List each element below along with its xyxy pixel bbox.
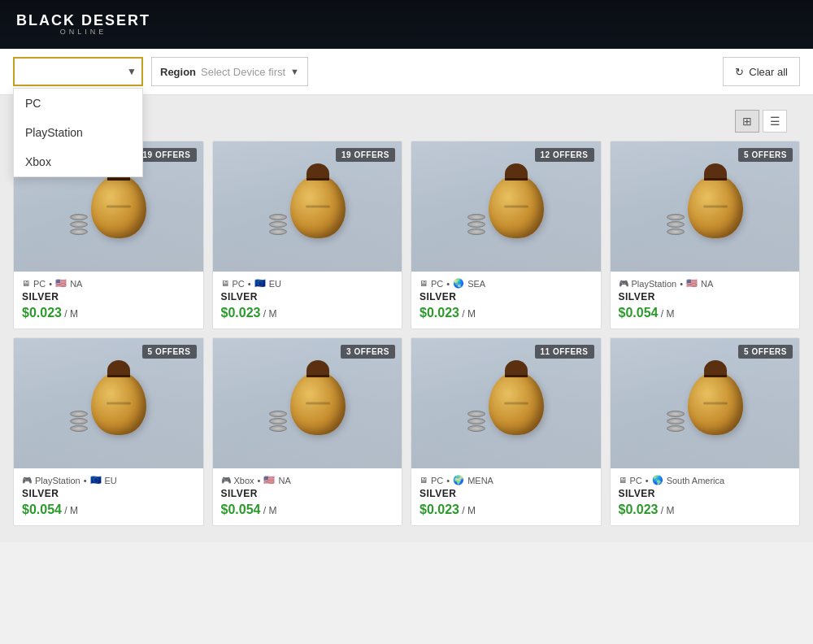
bag-main — [688, 372, 743, 435]
region-name: SEA — [467, 279, 485, 289]
coins-group — [667, 214, 685, 235]
silver-bag-icon — [667, 175, 743, 238]
platform-name: PC — [431, 476, 443, 485]
price-unit: / M — [658, 308, 674, 320]
card-info: 🖥 PC • 🇺🇸 NA SILVER $0.023 / M — [14, 272, 203, 329]
coin — [467, 214, 485, 220]
list-view-button[interactable]: ☰ — [763, 110, 787, 133]
region-flag: 🇪🇺 — [254, 278, 266, 289]
card-item-name: SILVER — [619, 291, 792, 302]
card-6[interactable]: 11 OFFERS 🖥 PC • 🌍 MENA — [411, 337, 602, 526]
region-flag: 🇺🇸 — [263, 475, 275, 485]
bag-main — [489, 175, 544, 238]
offers-badge: 19 OFFERS — [137, 148, 197, 162]
card-info: 🎮 PlayStation • 🇪🇺 EU SILVER $0.054 / M — [14, 468, 203, 525]
card-image-area: 5 OFFERS — [611, 338, 800, 468]
coin — [269, 214, 287, 220]
coin — [467, 411, 485, 417]
bag-main — [290, 175, 346, 238]
coin — [467, 425, 485, 432]
clear-all-button[interactable]: ↻ Clear all — [723, 57, 800, 86]
card-5[interactable]: 3 OFFERS 🎮 Xbox • 🇺🇸 NA — [212, 337, 403, 526]
price-unit: / M — [62, 308, 78, 320]
coin-stack — [667, 411, 685, 432]
card-3[interactable]: 5 OFFERS 🎮 PlayStation • 🇺🇸 NA — [610, 141, 801, 329]
offers-badge: 5 OFFERS — [738, 345, 793, 359]
card-info: 🖥 PC • 🌍 MENA SILVER $0.023 / M — [411, 468, 601, 525]
coin — [667, 221, 685, 228]
separator: • — [258, 476, 261, 485]
card-item-name: SILVER — [22, 291, 195, 302]
region-value: Select Device first — [201, 66, 285, 78]
silver-bag-icon — [667, 372, 743, 435]
card-platform-info: 🖥 PC • 🌏 SEA — [420, 278, 593, 289]
device-dropdown[interactable] — [13, 57, 143, 86]
card-item-name: SILVER — [420, 488, 593, 499]
card-7[interactable]: 5 OFFERS 🖥 PC • 🌎 South America — [610, 337, 801, 526]
silver-bag-icon — [269, 175, 346, 238]
coin — [667, 425, 685, 432]
separator: • — [49, 279, 52, 289]
platform-icon: 🖥 — [619, 476, 627, 485]
region-label: Region — [160, 66, 196, 78]
card-image-area: 11 OFFERS — [411, 338, 601, 468]
platform-icon: 🖥 — [420, 279, 428, 288]
header: BLACK DESERT ONLINE — [0, 0, 813, 49]
card-item-name: SILVER — [619, 488, 792, 499]
bag-main — [91, 372, 146, 435]
card-2[interactable]: 12 OFFERS 🖥 PC • 🌏 SEA S — [411, 141, 602, 329]
card-item-name: SILVER — [22, 488, 195, 499]
platform-name: PlayStation — [35, 476, 80, 485]
platform-name: PC — [630, 476, 642, 485]
dropdown-item-playstation[interactable]: PlayStation — [14, 118, 142, 147]
offers-badge: 3 OFFERS — [341, 345, 395, 359]
bag-main — [489, 372, 544, 435]
card-info: 🎮 PlayStation • 🇺🇸 NA SILVER $0.054 / M — [611, 272, 800, 329]
offers-badge: 11 OFFERS — [535, 345, 594, 359]
platform-icon: 🖥 — [221, 279, 229, 288]
card-platform-info: 🖥 PC • 🌎 South America — [619, 475, 792, 485]
platform-icon: 🎮 — [221, 476, 231, 485]
price-unit: / M — [658, 505, 674, 516]
card-platform-info: 🖥 PC • 🇺🇸 NA — [22, 278, 195, 289]
dropdown-item-xbox[interactable]: Xbox — [14, 147, 142, 176]
coin — [667, 228, 685, 235]
coins-group — [269, 411, 287, 432]
separator: • — [446, 476, 450, 485]
card-image-area: 5 OFFERS — [611, 141, 800, 272]
coin-stack — [467, 214, 485, 235]
grid-icon: ⊞ — [742, 115, 752, 128]
card-item-name: SILVER — [420, 291, 593, 302]
device-dropdown-menu: PC PlayStation Xbox — [13, 88, 143, 177]
region-flag: 🇺🇸 — [686, 278, 698, 289]
dropdown-item-pc[interactable]: PC — [14, 89, 142, 118]
price-unit: / M — [459, 308, 476, 320]
platform-icon: 🎮 — [22, 476, 32, 485]
coin — [70, 411, 88, 417]
region-filter[interactable]: Region Select Device first ▼ — [151, 57, 308, 86]
card-4[interactable]: 5 OFFERS 🎮 PlayStation • 🇪🇺 EU — [13, 337, 204, 526]
card-platform-info: 🎮 PlayStation • 🇺🇸 NA — [619, 278, 792, 289]
card-1[interactable]: 19 OFFERS 🖥 PC • 🇪🇺 EU — [212, 141, 403, 329]
region-flag: 🌎 — [652, 475, 663, 485]
coin-stack — [70, 411, 88, 432]
region-flag: 🇪🇺 — [90, 475, 102, 485]
grid-view-button[interactable]: ⊞ — [735, 110, 759, 133]
platform-name: PC — [33, 279, 46, 289]
card-info: 🖥 PC • 🌎 South America SILVER $0.023 / M — [611, 468, 800, 525]
coin — [667, 418, 685, 424]
bag-main — [688, 175, 743, 238]
region-arrow-icon: ▼ — [290, 67, 299, 76]
card-platform-info: 🎮 Xbox • 🇺🇸 NA — [221, 475, 394, 485]
silver-bag-icon — [467, 175, 544, 238]
coin — [269, 228, 287, 235]
platform-icon: 🖥 — [420, 476, 428, 485]
card-platform-info: 🎮 PlayStation • 🇪🇺 EU — [22, 475, 195, 485]
silver-bag-icon — [269, 372, 346, 435]
platform-icon: 🖥 — [22, 279, 30, 288]
region-flag: 🌏 — [453, 278, 464, 289]
offers-badge: 12 OFFERS — [535, 148, 594, 162]
filter-bar: ▼ PC PlayStation Xbox Region Select Devi… — [0, 49, 813, 95]
coin-stack — [467, 411, 485, 432]
region-name: NA — [70, 279, 82, 289]
